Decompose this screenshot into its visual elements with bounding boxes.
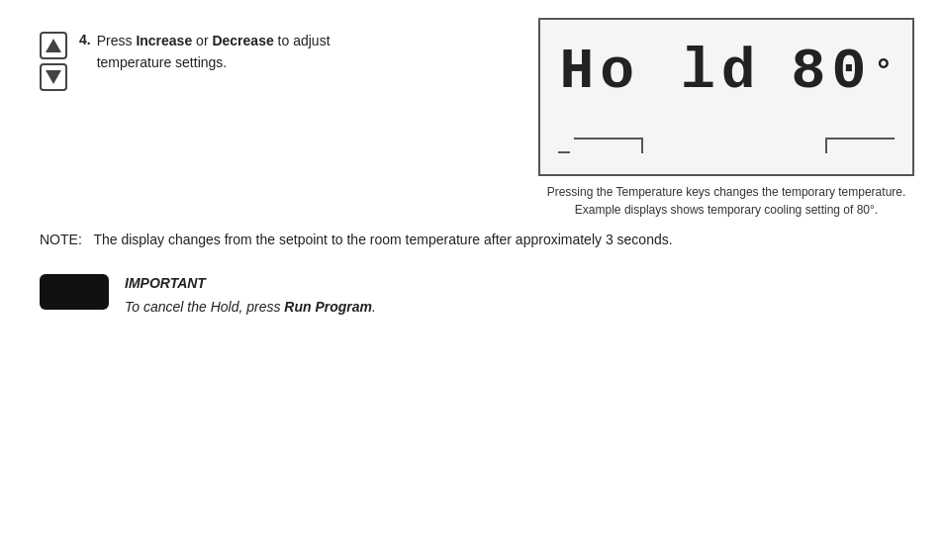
lcd-underline-row [554, 114, 898, 153]
seg-bracket-container [574, 138, 643, 153]
step-number: 4. [79, 32, 91, 47]
decrease-icon [40, 63, 67, 91]
note-row: NOTE: The display changes from the setpo… [40, 230, 904, 250]
seg-top-line [574, 138, 643, 140]
seg-vert [641, 140, 643, 153]
seg-top-right [825, 138, 895, 140]
lcd-text: Ho ld [560, 44, 762, 101]
important-title: IMPORTANT [125, 272, 376, 296]
important-row: IMPORTANT To cancel the Hold, press Run … [40, 272, 904, 320]
important-body: To cancel the Hold, press Run Program. [125, 296, 376, 320]
caption-line1: Pressing the Temperature keys changes th… [538, 183, 914, 201]
lcd-row: Ho ld 80° [554, 30, 898, 114]
important-run-program: Run Program [284, 299, 372, 315]
display-panel: Ho ld 80° [538, 18, 914, 176]
note-label: NOTE: [40, 232, 82, 247]
seg-dash [558, 151, 570, 153]
step-decrease-label: Decrease [212, 33, 273, 48]
step-middle-text: or [192, 33, 212, 48]
display-caption: Pressing the Temperature keys changes th… [538, 183, 914, 219]
caption-line2: Example displays shows temporary cooling… [538, 201, 914, 219]
page: 4. Press Increase or Decrease to adjustt… [0, 0, 944, 560]
temperature-icons [40, 32, 67, 91]
important-icon-rect [40, 274, 109, 310]
step-increase-label: Increase [136, 33, 192, 48]
important-body-pre: To cancel the Hold, press [125, 299, 284, 315]
lcd-degree: ° [874, 53, 893, 90]
svg-marker-3 [46, 70, 61, 84]
seg-left [558, 138, 643, 153]
svg-marker-1 [46, 39, 61, 52]
important-body-post: . [372, 299, 376, 315]
step-pre-text: Press [97, 33, 137, 48]
lcd-temp: 80 [792, 44, 873, 101]
seg-bracket-left-container [825, 138, 895, 153]
increase-icon [40, 32, 67, 59]
important-text-block: IMPORTANT To cancel the Hold, press Run … [125, 272, 376, 320]
seg-vert-right [825, 140, 827, 153]
seg-right [825, 138, 895, 153]
note-text: The display changes from the setpoint to… [93, 232, 672, 247]
